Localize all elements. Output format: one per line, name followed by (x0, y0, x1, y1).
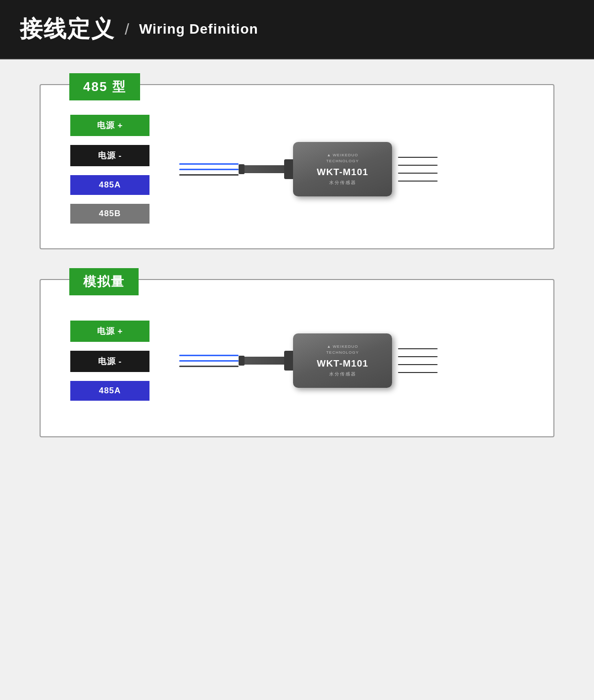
section-485-badge: 485 型 (69, 73, 140, 100)
pins-analog (398, 348, 438, 373)
header-divider: / (125, 20, 129, 39)
pin-3 (398, 173, 438, 174)
pins-485 (398, 157, 438, 182)
cable-485 (239, 165, 288, 173)
wires-left-485 (179, 163, 239, 176)
sensor-subtitle-analog: 水分传感器 (329, 371, 356, 377)
wire-a3 (179, 366, 239, 367)
section-analog-box: 电源 + 电源 - 485A ▲ WEIKEDUOTECHNOLOGY (40, 279, 554, 437)
pin-4 (398, 181, 438, 182)
pin-a4 (398, 372, 438, 373)
sensor-model-485: WKT-M101 (317, 167, 368, 178)
cable-analog (239, 357, 288, 365)
sensor-area-485: ▲ WEIKEDUOTECHNOLOGY WKT-M101 水分传感器 (179, 142, 529, 196)
label-power-minus-analog: 电源 - (70, 351, 149, 372)
label-power-plus-485: 电源 + (70, 115, 149, 136)
labels-col-485: 电源 + 电源 - 485A 485B (70, 115, 149, 224)
main-content: 485 型 电源 + 电源 - 485A 485B (0, 59, 594, 700)
sensor-model-analog: WKT-M101 (317, 358, 368, 369)
pin-a2 (398, 356, 438, 357)
wire-3 (179, 174, 239, 176)
pin-a1 (398, 348, 438, 349)
sensor-subtitle-485: 水分传感器 (329, 180, 356, 186)
sensor-connector-485 (284, 159, 293, 179)
sensor-analog: ▲ WEIKEDUOTECHNOLOGY WKT-M101 水分传感器 (293, 333, 392, 388)
title-en: Wiring Definition (139, 21, 258, 37)
wire-a2 (179, 360, 239, 362)
header: 接线定义 / Wiring Definition (0, 0, 594, 59)
wires-left-analog (179, 355, 239, 367)
sensor-connector-analog (284, 351, 293, 371)
wire-1 (179, 163, 239, 165)
label-485a: 485A (70, 175, 149, 195)
pin-1 (398, 157, 438, 158)
sensor-area-analog: ▲ WEIKEDUOTECHNOLOGY WKT-M101 水分传感器 (179, 333, 529, 388)
title-cn: 接线定义 (20, 14, 115, 45)
section-analog-badge: 模拟量 (69, 268, 139, 295)
label-485b: 485B (70, 204, 149, 224)
section-analog: 模拟量 电源 + 电源 - 485A (40, 279, 554, 437)
labels-col-analog: 电源 + 电源 - 485A (70, 321, 149, 401)
label-signal-analog: 485A (70, 381, 149, 401)
wire-a1 (179, 355, 239, 356)
label-power-minus-485: 电源 - (70, 145, 149, 166)
pin-2 (398, 165, 438, 166)
label-power-plus-analog: 电源 + (70, 321, 149, 342)
section-485-box: 电源 + 电源 - 485A 485B ▲ WEIKEDUOTECHN (40, 84, 554, 249)
sensor-brand-485: ▲ WEIKEDUOTECHNOLOGY (326, 152, 359, 163)
sensor-485: ▲ WEIKEDUOTECHNOLOGY WKT-M101 水分传感器 (293, 142, 392, 196)
sensor-brand-analog: ▲ WEIKEDUOTECHNOLOGY (326, 344, 359, 355)
pin-a3 (398, 364, 438, 365)
section-485: 485 型 电源 + 电源 - 485A 485B (40, 84, 554, 249)
wire-2 (179, 169, 239, 170)
